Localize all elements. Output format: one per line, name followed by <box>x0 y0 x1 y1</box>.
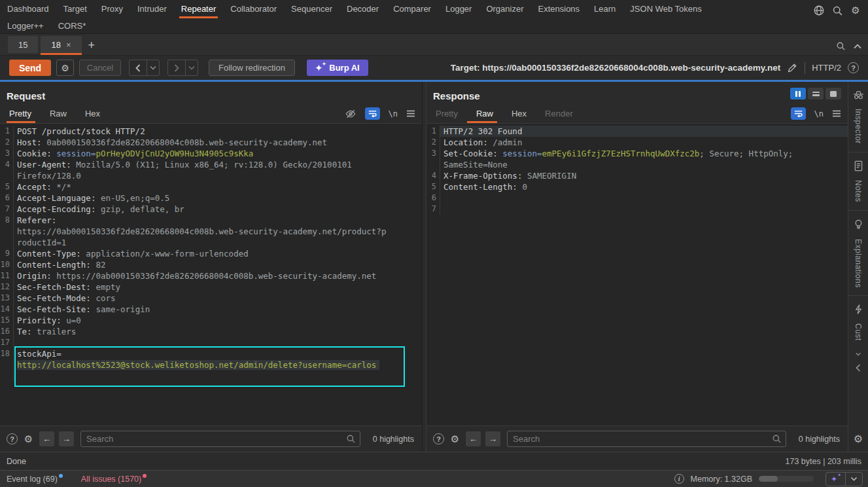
menu-item-logger-[interactable]: Logger++ <box>0 18 51 33</box>
burp-ai-sparkles-icon[interactable]: ✦✦ <box>826 473 845 486</box>
editor-row: 13Sec-Fetch-Mode: cors <box>0 293 422 304</box>
menu-item-proxy[interactable]: Proxy <box>94 0 130 18</box>
sidebar-item-inspector[interactable]: Inspector <box>852 90 865 144</box>
layout-rows-button[interactable] <box>808 88 824 99</box>
sidebar-item-label: Explanations <box>854 239 863 288</box>
previous-match-button[interactable]: ← <box>466 431 481 446</box>
repeater-tab-15[interactable]: 15 <box>8 36 38 53</box>
code-line: Cookie: session=pOrHeyODVjCnU2yOW9Hu3N49… <box>14 148 253 159</box>
layout-single-button[interactable] <box>825 88 841 99</box>
menu-item-organizer[interactable]: Organizer <box>479 0 530 18</box>
menu-item-json-web-tokens[interactable]: JSON Web Tokens <box>623 0 708 18</box>
next-match-button[interactable]: → <box>59 431 74 446</box>
response-tab-render[interactable]: Render <box>536 104 582 123</box>
menu-item-extensions[interactable]: Extensions <box>531 0 587 18</box>
history-forward-button[interactable] <box>168 60 186 75</box>
code-token: Content-Length: <box>443 182 522 192</box>
settings-gear-icon[interactable]: ⚙ <box>848 3 863 18</box>
menu-item-learn[interactable]: Learn <box>587 0 623 18</box>
send-settings-gear-icon[interactable]: ⚙ <box>56 60 74 76</box>
code-token: Set-Cookie: <box>443 149 502 158</box>
sidebar-settings-gear-icon[interactable]: ⚙ <box>854 433 863 445</box>
hide-nonprintable-eye-icon[interactable] <box>345 108 356 120</box>
response-tab-pretty[interactable]: Pretty <box>433 104 467 123</box>
memory-info-icon[interactable]: i <box>674 474 684 484</box>
editor-row: 7 <box>426 204 848 215</box>
response-editor[interactable]: 1HTTP/2 302 Found2Location: /admin3Set-C… <box>426 124 848 425</box>
new-tab-button[interactable]: + <box>88 39 95 51</box>
edit-target-pencil-icon[interactable] <box>787 62 798 73</box>
response-highlight-count: 0 highlights <box>799 435 840 444</box>
search-help-icon[interactable]: ? <box>433 433 444 444</box>
search-settings-gear-icon[interactable]: ⚙ <box>22 433 35 445</box>
search-help-icon[interactable]: ? <box>7 433 18 444</box>
menu-item-intruder[interactable]: Intruder <box>130 0 174 18</box>
search-settings-gear-icon[interactable]: ⚙ <box>449 433 461 445</box>
search-icon[interactable] <box>830 3 844 18</box>
tab-search-icon[interactable] <box>836 41 846 51</box>
search-magnifier-icon <box>346 434 356 444</box>
sidebar-item-notes[interactable]: Notes <box>854 160 863 202</box>
repeater-tab-18[interactable]: 18× <box>41 36 81 53</box>
burp-ai-dropdown-chevron-icon[interactable] <box>845 473 862 486</box>
menu-item-cors-[interactable]: CORS* <box>51 18 94 33</box>
request-editor[interactable]: 1POST /product/stock HTTP/22Host: 0ab000… <box>0 124 422 425</box>
code-token: 0 <box>522 182 527 192</box>
menu-item-collaborator[interactable]: Collaborator <box>223 0 284 18</box>
menu-item-decoder[interactable]: Decoder <box>339 0 386 18</box>
show-newlines-icon[interactable]: \n <box>389 109 398 118</box>
line-number: 8 <box>0 215 14 226</box>
all-issues-button[interactable]: All issues (1570) <box>81 475 150 484</box>
show-newlines-icon[interactable]: \n <box>814 109 824 118</box>
code-line: Content-Length: 0 <box>440 181 527 192</box>
editor-menu-icon[interactable] <box>832 110 841 117</box>
close-tab-icon[interactable]: × <box>66 40 71 50</box>
request-tab-pretty[interactable]: Pretty <box>7 104 41 123</box>
protocol-label[interactable]: HTTP/2 <box>812 63 841 73</box>
word-wrap-icon[interactable] <box>365 107 380 120</box>
response-view-tabs: PrettyRawHexRender \n <box>426 104 848 124</box>
line-number: 4 <box>0 159 14 170</box>
menu-item-sequencer[interactable]: Sequencer <box>284 0 339 18</box>
word-wrap-icon[interactable] <box>791 107 806 120</box>
menu-item-dashboard[interactable]: Dashboard <box>0 0 56 18</box>
line-number: 16 <box>0 326 14 337</box>
sidebar-item-label: Notes <box>854 180 863 202</box>
editor-menu-icon[interactable] <box>406 110 415 117</box>
request-search-input[interactable] <box>80 431 360 447</box>
request-tab-hex[interactable]: Hex <box>76 104 109 123</box>
code-token: Origin: <box>17 271 56 281</box>
line-number: 1 <box>0 126 14 137</box>
response-search-input[interactable] <box>507 431 786 447</box>
sidebar-item-cust[interactable]: Cust <box>854 304 863 359</box>
menu-item-logger[interactable]: Logger <box>438 0 479 18</box>
burp-ai-button[interactable]: ✦✦ Burp AI <box>307 60 368 76</box>
panel-splitter[interactable] <box>422 82 426 452</box>
menu-item-repeater[interactable]: Repeater <box>174 0 223 18</box>
history-forward-dropdown[interactable] <box>186 60 198 75</box>
layout-columns-button[interactable] <box>790 88 806 99</box>
event-log-button[interactable]: Event log (69) <box>7 475 67 484</box>
request-tab-raw[interactable]: Raw <box>41 104 76 123</box>
history-back-dropdown[interactable] <box>147 60 159 75</box>
sidebar-item-explanations[interactable]: Explanations <box>854 219 863 288</box>
response-tab-raw[interactable]: Raw <box>467 104 502 123</box>
globe-icon[interactable] <box>812 3 826 18</box>
line-number: 17 <box>0 337 14 348</box>
editor-row: SameSite=None <box>426 159 848 170</box>
menu-item-target[interactable]: Target <box>56 0 94 18</box>
history-back-button[interactable] <box>130 60 147 75</box>
code-token: Host: <box>17 137 46 147</box>
next-match-button[interactable]: → <box>485 431 500 446</box>
code-line: Location: /admin <box>440 137 522 148</box>
cancel-button[interactable]: Cancel <box>79 60 121 76</box>
follow-redirection-button[interactable]: Follow redirection <box>209 60 295 76</box>
bolt-icon <box>854 304 863 317</box>
sidebar-collapse-chevron-icon[interactable] <box>856 364 861 372</box>
send-button[interactable]: Send <box>9 60 51 76</box>
previous-match-button[interactable]: ← <box>39 431 54 446</box>
response-tab-hex[interactable]: Hex <box>502 104 536 123</box>
menu-item-comparer[interactable]: Comparer <box>386 0 438 18</box>
collapse-tabs-chevron-icon[interactable] <box>854 44 861 49</box>
help-icon[interactable]: ? <box>848 62 859 73</box>
